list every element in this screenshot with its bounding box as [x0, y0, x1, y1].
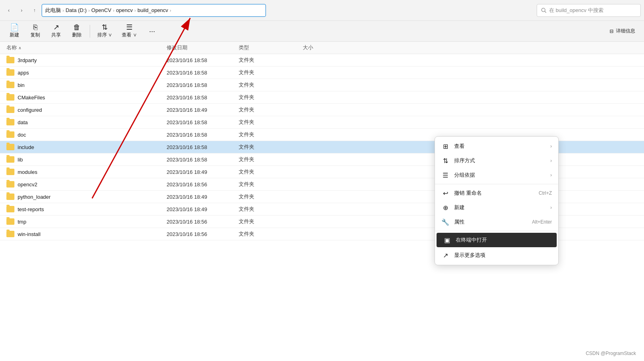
file-name: apps — [18, 70, 29, 76]
file-date-cell: 2023/10/16 18:58 — [167, 119, 239, 125]
folder-icon — [6, 231, 14, 237]
new-button[interactable]: 📄 新建 — [5, 22, 24, 40]
file-name: include — [18, 144, 34, 150]
file-name-cell: tmp — [6, 218, 167, 225]
breadcrumb-opencv-root[interactable]: OpenCV — [91, 7, 111, 13]
ctx-new-arrow: › — [550, 205, 552, 210]
breadcrumb-build-opencv[interactable]: build_opencv — [137, 7, 168, 13]
ctx-sort-icon: ⇅ — [441, 157, 449, 165]
ctx-divider-1 — [435, 184, 558, 184]
file-date-cell: 2023/10/16 18:49 — [167, 169, 239, 175]
toolbar-divider-1 — [90, 25, 90, 38]
file-name: configured — [18, 107, 42, 113]
file-date-cell: 2023/10/16 18:49 — [167, 194, 239, 200]
file-row[interactable]: configured 2023/10/16 18:49 文件夹 — [0, 104, 644, 116]
file-date-cell: 2023/10/16 18:58 — [167, 82, 239, 88]
copy-label: 复制 — [30, 32, 40, 38]
detail-pane-button[interactable]: ⊟ 详细信息 — [606, 26, 639, 36]
file-name-cell: bin — [6, 82, 167, 88]
share-button[interactable]: ↗ 共享 — [46, 22, 66, 40]
folder-icon — [6, 119, 14, 125]
breadcrumb-opencv[interactable]: opencv — [116, 7, 133, 13]
ctx-properties-icon: 🔧 — [441, 218, 449, 226]
file-type-cell: 文件夹 — [239, 206, 303, 213]
file-date-cell: 2023/10/16 18:56 — [167, 182, 239, 188]
file-date-cell: 2023/10/16 18:58 — [167, 144, 239, 150]
col-name-header[interactable]: 名称 ∧ — [6, 44, 167, 51]
watermark: CSDN @ProgramStack — [586, 351, 636, 356]
file-date-cell: 2023/10/16 18:58 — [167, 95, 239, 101]
file-name: data — [18, 119, 28, 125]
address-bar[interactable]: 此电脑 › Data (D:) › OpenCV › opencv › buil… — [42, 4, 266, 17]
file-row[interactable]: bin 2023/10/16 18:58 文件夹 — [0, 79, 644, 91]
file-name-cell: lib — [6, 156, 167, 163]
ctx-terminal[interactable]: ▣ 在终端中打开 — [437, 233, 557, 247]
file-row[interactable]: 3rdparty 2023/10/16 18:58 文件夹 — [0, 54, 644, 67]
col-type-header[interactable]: 类型 — [239, 44, 303, 51]
folder-icon — [6, 206, 14, 212]
file-date-cell: 2023/10/16 18:58 — [167, 70, 239, 76]
ctx-sort[interactable]: ⇅ 排序方式 › — [435, 153, 558, 168]
breadcrumb-this-pc[interactable]: 此电脑 — [45, 7, 61, 14]
breadcrumb-data-drive[interactable]: Data (D:) — [66, 7, 87, 13]
file-name-cell: opencv2 — [6, 181, 167, 188]
folder-icon — [6, 82, 14, 88]
file-date-cell: 2023/10/16 18:49 — [167, 107, 239, 113]
forward-button[interactable]: › — [16, 5, 27, 16]
ctx-more-options[interactable]: ↗ 显示更多选项 — [435, 248, 558, 262]
file-name-cell: apps — [6, 69, 167, 76]
file-name-cell: modules — [6, 169, 167, 175]
file-name: tmp — [18, 219, 26, 225]
ctx-view-label: 查看 — [454, 143, 545, 150]
folder-icon — [6, 57, 14, 63]
ctx-new[interactable]: ⊕ 新建 › — [435, 200, 558, 215]
view-label: 查看 ∨ — [122, 32, 137, 38]
file-type-cell: 文件夹 — [239, 81, 303, 89]
search-box[interactable]: 在 build_opencv 中搜索 — [537, 4, 641, 17]
delete-button[interactable]: 🗑 删除 — [67, 22, 87, 40]
file-type-cell: 文件夹 — [239, 181, 303, 188]
ctx-sort-label: 排序方式 — [454, 157, 545, 164]
delete-icon: 🗑 — [73, 24, 80, 31]
ctx-view[interactable]: ⊞ 查看 › — [435, 139, 558, 153]
file-row[interactable]: data 2023/10/16 18:58 文件夹 — [0, 116, 644, 129]
file-name: doc — [18, 132, 26, 138]
file-name: lib — [18, 157, 23, 163]
file-name-cell: test-reports — [6, 206, 167, 212]
col-size-header[interactable]: 大小 — [303, 44, 351, 51]
file-row[interactable]: CMakeFiles 2023/10/16 18:58 文件夹 — [0, 91, 644, 104]
file-type-cell: 文件夹 — [239, 94, 303, 101]
col-date-header[interactable]: 修改日期 — [167, 44, 239, 51]
folder-icon — [6, 181, 14, 188]
sort-icon: ⇅ — [102, 24, 108, 31]
file-type-cell: 文件夹 — [239, 106, 303, 113]
copy-icon: ⎘ — [33, 24, 38, 31]
ctx-properties[interactable]: 🔧 属性 Alt+Enter — [435, 215, 558, 229]
copy-button[interactable]: ⎘ 复制 — [26, 22, 45, 40]
back-button[interactable]: ‹ — [3, 5, 14, 16]
file-name-cell: python_loader — [6, 194, 167, 200]
file-type-cell: 文件夹 — [239, 131, 303, 138]
view-button[interactable]: ☰ 查看 ∨ — [118, 22, 141, 40]
ctx-new-label: 新建 — [454, 204, 545, 211]
sort-button[interactable]: ⇅ 排序 ∨ — [93, 22, 116, 40]
folder-icon — [6, 169, 14, 175]
folder-icon — [6, 131, 14, 138]
more-button[interactable]: ··· — [143, 26, 162, 36]
share-icon: ↗ — [53, 24, 59, 31]
folder-icon — [6, 144, 14, 150]
file-row[interactable]: apps 2023/10/16 18:58 文件夹 — [0, 67, 644, 79]
context-menu: ⊞ 查看 › ⇅ 排序方式 › ☰ 分组依据 › ↩ 撤销 重命名 Ctrl+Z… — [435, 136, 559, 265]
file-name-cell: win-install — [6, 231, 167, 237]
ctx-group[interactable]: ☰ 分组依据 › — [435, 168, 558, 182]
up-button[interactable]: ↑ — [29, 5, 40, 16]
detail-pane-label: 详细信息 — [616, 28, 635, 34]
file-name: CMakeFiles — [18, 95, 45, 101]
new-label: 新建 — [10, 32, 19, 38]
file-date-cell: 2023/10/16 18:56 — [167, 219, 239, 225]
file-date-cell: 2023/10/16 18:58 — [167, 57, 239, 63]
file-list-header[interactable]: 名称 ∧ 修改日期 类型 大小 — [0, 42, 644, 54]
ctx-undo[interactable]: ↩ 撤销 重命名 Ctrl+Z — [435, 186, 558, 200]
folder-icon — [6, 218, 14, 225]
file-type-cell: 文件夹 — [239, 168, 303, 175]
